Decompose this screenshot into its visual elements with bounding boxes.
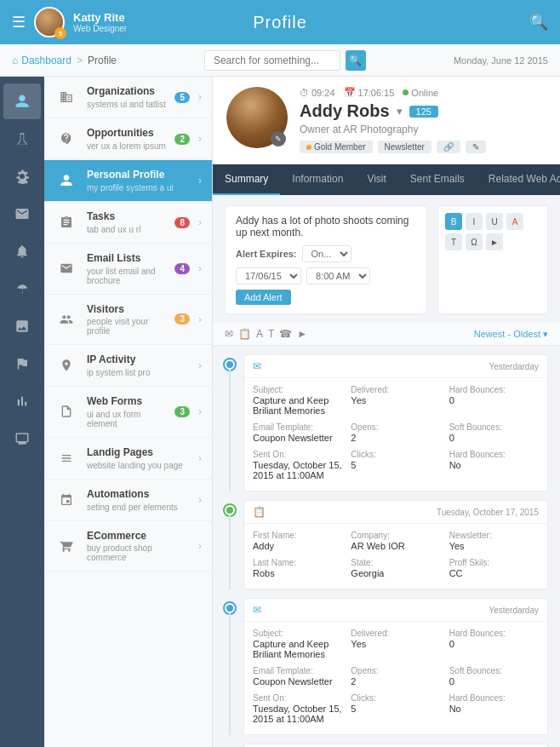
profile-tag-edit[interactable]: ✎ (466, 141, 486, 153)
soft-bounces-label: Soft Bounces: (449, 422, 539, 432)
nav-item-web-forms[interactable]: Web Forms ui and ux form element 3 › (44, 387, 212, 438)
feed-icon-text[interactable]: T (268, 328, 274, 340)
sidebar-icon-person[interactable] (3, 83, 41, 119)
ecommerce-sub: buy product shop commerce (87, 543, 190, 562)
ip-activity-title: IP Activity (87, 353, 190, 367)
avatar-wrap: 5 (34, 7, 65, 37)
sidebar-icon-gear[interactable] (3, 158, 41, 194)
breadcrumb: ⌂ Dashboard > Profile (12, 55, 117, 66)
email-lists-sub: your list email and brochure (87, 267, 166, 285)
email-icon: ✉ (253, 604, 261, 616)
clicks-value: 5 (351, 460, 440, 470)
sidebar-icon-envelope[interactable] (3, 196, 41, 232)
email-lists-arrow: › (198, 262, 202, 274)
nav-item-tasks[interactable]: Tasks tab and ux u rl 8 › (44, 202, 212, 244)
landing-pages-icon (54, 446, 78, 470)
avatar-badge: 5 (54, 27, 66, 39)
web-forms-arrow: › (198, 405, 202, 417)
add-alert-button[interactable]: Add Alert (236, 290, 291, 305)
search-icon[interactable]: 🔍 (529, 13, 548, 32)
sent-on-field: Sent On: Tuesday, October 15, 2015 at 11… (253, 450, 342, 480)
nav-item-ip-activity[interactable]: IP Activity ip system list pro › (44, 345, 212, 387)
nav-item-personal-profile[interactable]: Personal Profile my profile systems a ui… (44, 160, 212, 202)
sidebar-icon-bell[interactable] (3, 233, 41, 269)
nav-item-email-lists[interactable]: Email Lists your list email and brochure… (44, 244, 212, 295)
state-label: State: (351, 558, 440, 567)
landing-pages-text: Landig Pages website landing you page (87, 446, 190, 470)
action-underline[interactable]: U (486, 213, 503, 230)
profile-tag-gold: Gold Member (300, 141, 373, 153)
ecommerce-text: ECommerce buy product shop commerce (87, 530, 190, 563)
timeline-email-card-1: ✉ Yesterdarday Subject: Capture and Keep… (243, 354, 548, 491)
sidebar-icon-image[interactable] (3, 308, 41, 344)
nav-item-landing-pages[interactable]: Landig Pages website landing you page › (44, 438, 212, 480)
profile-dropdown-icon[interactable]: ▾ (397, 105, 403, 118)
summary-text-box: Addy has a lot of photo shoots coming up… (225, 205, 427, 314)
nav-item-opportunities[interactable]: Opportunities ver ux a lorem ipsum 2 › (44, 118, 212, 160)
breadcrumb-home-label[interactable]: Dashboard (21, 55, 71, 66)
nav-item-automations[interactable]: Automations seting end per elements › (44, 480, 212, 521)
sidebar-icon-flag[interactable] (3, 346, 41, 382)
timeline-card-header: ✉ Yesterdarday (244, 355, 547, 378)
visitors-arrow: › (198, 313, 202, 325)
tasks-text: Tasks tab and ux u rl (87, 210, 166, 234)
action-color-a[interactable]: A (506, 213, 523, 230)
nav-item-organizations[interactable]: Organizations systems ui and tatlist 5 › (44, 77, 212, 118)
tab-related-web-activity[interactable]: Related Web Activity (477, 164, 560, 195)
ip-activity-sub: ip system list pro (87, 368, 190, 377)
action-italic[interactable]: I (466, 213, 483, 230)
home-icon: ⌂ (12, 55, 18, 66)
soft-bounces-value: 0 (449, 433, 539, 443)
timeline-line (229, 370, 231, 491)
profile-tag-link[interactable]: 🔗 (437, 141, 460, 153)
sidebar-icon-flask[interactable] (3, 121, 41, 157)
search-bar: 🔍 (204, 50, 366, 71)
search-button[interactable]: 🔍 (346, 50, 366, 71)
timeline-card-header: ✉ Yesterdarday (244, 599, 547, 622)
timeline-dot-col (225, 744, 235, 747)
feed-icon-play[interactable]: ► (297, 328, 307, 340)
action-bold[interactable]: B (445, 213, 462, 230)
timeline-item: ✉ Yesterdarday Subject: Capture and Keep… (225, 354, 548, 491)
tab-sent-emails[interactable]: Sent Emails (398, 164, 477, 195)
timeline-card-header: 📋 Tuesday, October 17, 2015 (244, 501, 547, 524)
automations-arrow: › (198, 494, 202, 506)
sidebar-icon-monitor[interactable] (3, 421, 41, 457)
hamburger-icon[interactable]: ☰ (12, 13, 26, 32)
action-text-t[interactable]: T (445, 233, 462, 250)
feed-icon-form[interactable]: 📋 (238, 328, 251, 340)
feed-icon-phone[interactable]: ☎ (279, 328, 292, 340)
content-area: ✎ ⏱ 09:24 📅 17:06:15 Online Addy Robs ▾ … (213, 77, 560, 747)
action-omega[interactable]: Ω (466, 233, 483, 250)
breadcrumb-home[interactable]: ⌂ Dashboard (12, 55, 71, 66)
sidebar-icon-chart[interactable] (3, 383, 41, 419)
profile-tags: Gold Member Newsletter 🔗 ✎ (300, 141, 546, 153)
nav-item-ecommerce[interactable]: ECommerce buy product shop commerce › (44, 521, 212, 572)
profile-tabs: Summary Information Visit Sent Emails Re… (213, 164, 560, 195)
profile-edit-button[interactable]: ✎ (271, 131, 286, 147)
sidebar-icon-umbrella[interactable]: ☂ (3, 271, 41, 307)
nav-item-visitors[interactable]: Visitors people visit your profile 3 › (44, 295, 212, 346)
visitors-title: Visitors (87, 303, 166, 317)
subject-label: Subject: (253, 385, 342, 394)
email-grid-2: Subject: Capture and Keep Briliant Memor… (253, 629, 539, 727)
tab-information[interactable]: Information (280, 164, 355, 195)
feed-icon-envelope[interactable]: ✉ (225, 328, 233, 340)
ip-activity-text: IP Activity ip system list pro (87, 353, 190, 377)
hard-bounces2-label: Hard Bounces: (449, 450, 539, 459)
alert-time-select[interactable]: 8:00 AM (306, 267, 370, 284)
summary-panel: Addy has a lot of photo shoots coming up… (213, 195, 560, 314)
tab-visit[interactable]: Visit (355, 164, 397, 195)
alert-date-select[interactable]: 17/06/15 (236, 267, 301, 284)
profile-name-row: Addy Robs ▾ 125 (300, 101, 546, 121)
feed-sort-dropdown[interactable]: Newest - Oldest ▾ (474, 329, 548, 340)
alert-on-select[interactable]: On... (302, 245, 351, 262)
automations-icon (54, 488, 78, 512)
tab-summary[interactable]: Summary (213, 164, 280, 195)
timeline-line (229, 515, 231, 589)
search-input[interactable] (204, 50, 340, 71)
feed-icon-a[interactable]: A (256, 328, 263, 340)
icon-sidebar: ☂ (0, 77, 44, 747)
action-play[interactable]: ► (486, 233, 503, 250)
last-name-field: Last Name: Robs (253, 558, 342, 578)
